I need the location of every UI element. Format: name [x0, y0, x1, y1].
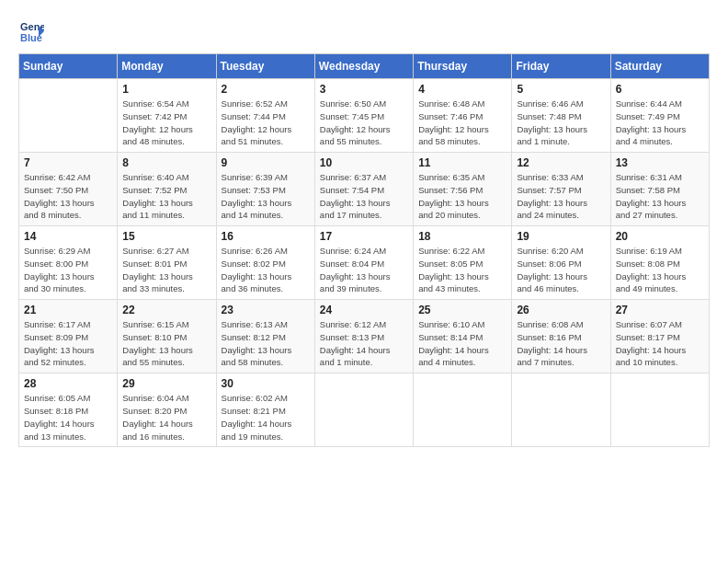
day-info: Sunrise: 6:50 AM Sunset: 7:45 PM Dayligh… — [320, 98, 408, 148]
day-info: Sunrise: 6:05 AM Sunset: 8:18 PM Dayligh… — [24, 392, 112, 442]
weekday-header-row: SundayMondayTuesdayWednesdayThursdayFrid… — [19, 54, 710, 79]
weekday-header-friday: Friday — [512, 54, 610, 79]
day-info: Sunrise: 6:26 AM Sunset: 8:02 PM Dayligh… — [222, 245, 310, 295]
day-number: 13 — [616, 156, 704, 169]
day-number: 1 — [122, 83, 210, 96]
calendar-cell: 18Sunrise: 6:22 AM Sunset: 8:05 PM Dayli… — [414, 226, 512, 300]
weekday-header-thursday: Thursday — [414, 54, 512, 79]
calendar-week-row: 1Sunrise: 6:54 AM Sunset: 7:42 PM Daylig… — [19, 79, 710, 153]
day-number: 4 — [418, 83, 506, 96]
day-number: 20 — [616, 230, 704, 243]
calendar-cell: 1Sunrise: 6:54 AM Sunset: 7:42 PM Daylig… — [118, 79, 216, 153]
calendar-cell: 26Sunrise: 6:08 AM Sunset: 8:16 PM Dayli… — [512, 300, 610, 373]
day-number: 2 — [222, 83, 310, 96]
day-info: Sunrise: 6:08 AM Sunset: 8:16 PM Dayligh… — [517, 318, 605, 369]
calendar-cell — [610, 373, 709, 447]
weekday-header-saturday: Saturday — [610, 54, 709, 79]
calendar-cell: 24Sunrise: 6:12 AM Sunset: 8:13 PM Dayli… — [314, 300, 413, 373]
calendar-cell: 2Sunrise: 6:52 AM Sunset: 7:44 PM Daylig… — [216, 79, 314, 153]
day-info: Sunrise: 6:27 AM Sunset: 8:01 PM Dayligh… — [122, 245, 210, 295]
day-number: 25 — [418, 304, 506, 316]
day-info: Sunrise: 6:13 AM Sunset: 8:12 PM Dayligh… — [222, 318, 310, 369]
day-number: 16 — [222, 230, 310, 243]
calendar-cell: 29Sunrise: 6:04 AM Sunset: 8:20 PM Dayli… — [118, 373, 216, 447]
day-number: 23 — [222, 304, 310, 316]
day-number: 15 — [122, 230, 210, 243]
day-info: Sunrise: 6:39 AM Sunset: 7:53 PM Dayligh… — [222, 171, 310, 222]
day-number: 8 — [122, 156, 210, 169]
day-number: 11 — [418, 156, 506, 169]
calendar-cell: 25Sunrise: 6:10 AM Sunset: 8:14 PM Dayli… — [414, 300, 512, 373]
day-info: Sunrise: 6:54 AM Sunset: 7:42 PM Dayligh… — [122, 98, 210, 148]
calendar-cell: 12Sunrise: 6:33 AM Sunset: 7:57 PM Dayli… — [512, 153, 610, 226]
day-number: 17 — [320, 230, 408, 243]
day-info: Sunrise: 6:04 AM Sunset: 8:20 PM Dayligh… — [122, 392, 210, 442]
calendar-cell: 5Sunrise: 6:46 AM Sunset: 7:48 PM Daylig… — [512, 79, 610, 153]
calendar-cell: 21Sunrise: 6:17 AM Sunset: 8:09 PM Dayli… — [19, 300, 118, 373]
day-number: 6 — [616, 83, 704, 96]
weekday-header-monday: Monday — [118, 54, 216, 79]
day-number: 22 — [122, 304, 210, 316]
day-number: 14 — [24, 230, 112, 243]
day-info: Sunrise: 6:35 AM Sunset: 7:56 PM Dayligh… — [418, 171, 506, 222]
weekday-header-tuesday: Tuesday — [216, 54, 314, 79]
calendar-week-row: 7Sunrise: 6:42 AM Sunset: 7:50 PM Daylig… — [19, 153, 710, 226]
calendar-cell: 28Sunrise: 6:05 AM Sunset: 8:18 PM Dayli… — [19, 373, 118, 447]
calendar-cell — [512, 373, 610, 447]
calendar-cell: 22Sunrise: 6:15 AM Sunset: 8:10 PM Dayli… — [118, 300, 216, 373]
day-number: 5 — [517, 83, 605, 96]
day-info: Sunrise: 6:19 AM Sunset: 8:08 PM Dayligh… — [616, 245, 704, 295]
calendar-cell: 17Sunrise: 6:24 AM Sunset: 8:04 PM Dayli… — [314, 226, 413, 300]
day-info: Sunrise: 6:42 AM Sunset: 7:50 PM Dayligh… — [24, 171, 112, 222]
calendar-cell: 30Sunrise: 6:02 AM Sunset: 8:21 PM Dayli… — [216, 373, 314, 447]
calendar-cell: 11Sunrise: 6:35 AM Sunset: 7:56 PM Dayli… — [414, 153, 512, 226]
calendar-cell: 8Sunrise: 6:40 AM Sunset: 7:52 PM Daylig… — [118, 153, 216, 226]
calendar-cell: 14Sunrise: 6:29 AM Sunset: 8:00 PM Dayli… — [19, 226, 118, 300]
day-info: Sunrise: 6:48 AM Sunset: 7:46 PM Dayligh… — [418, 98, 506, 148]
day-number: 27 — [616, 304, 704, 316]
day-info: Sunrise: 6:15 AM Sunset: 8:10 PM Dayligh… — [122, 318, 210, 369]
calendar-cell: 19Sunrise: 6:20 AM Sunset: 8:06 PM Dayli… — [512, 226, 610, 300]
calendar-cell: 7Sunrise: 6:42 AM Sunset: 7:50 PM Daylig… — [19, 153, 118, 226]
day-info: Sunrise: 6:22 AM Sunset: 8:05 PM Dayligh… — [418, 245, 506, 295]
calendar-cell: 16Sunrise: 6:26 AM Sunset: 8:02 PM Dayli… — [216, 226, 314, 300]
day-info: Sunrise: 6:07 AM Sunset: 8:17 PM Dayligh… — [616, 318, 704, 369]
calendar-week-row: 28Sunrise: 6:05 AM Sunset: 8:18 PM Dayli… — [19, 373, 710, 447]
calendar-cell: 3Sunrise: 6:50 AM Sunset: 7:45 PM Daylig… — [314, 79, 413, 153]
day-info: Sunrise: 6:31 AM Sunset: 7:58 PM Dayligh… — [616, 171, 704, 222]
calendar-cell: 13Sunrise: 6:31 AM Sunset: 7:58 PM Dayli… — [610, 153, 709, 226]
day-info: Sunrise: 6:46 AM Sunset: 7:48 PM Dayligh… — [517, 98, 605, 148]
day-number: 9 — [222, 156, 310, 169]
logo-icon: General Blue — [18, 18, 44, 44]
day-number: 21 — [24, 304, 112, 316]
day-number: 19 — [517, 230, 605, 243]
weekday-header-sunday: Sunday — [19, 54, 118, 79]
day-number: 3 — [320, 83, 408, 96]
day-info: Sunrise: 6:29 AM Sunset: 8:00 PM Dayligh… — [24, 245, 112, 295]
calendar-cell — [19, 79, 118, 153]
day-info: Sunrise: 6:17 AM Sunset: 8:09 PM Dayligh… — [24, 318, 112, 369]
page-header: General Blue — [18, 18, 710, 44]
day-number: 29 — [122, 377, 210, 390]
day-info: Sunrise: 6:10 AM Sunset: 8:14 PM Dayligh… — [418, 318, 506, 369]
calendar-cell: 23Sunrise: 6:13 AM Sunset: 8:12 PM Dayli… — [216, 300, 314, 373]
calendar-cell: 15Sunrise: 6:27 AM Sunset: 8:01 PM Dayli… — [118, 226, 216, 300]
day-info: Sunrise: 6:12 AM Sunset: 8:13 PM Dayligh… — [320, 318, 408, 369]
day-info: Sunrise: 6:02 AM Sunset: 8:21 PM Dayligh… — [222, 392, 310, 442]
weekday-header-wednesday: Wednesday — [314, 54, 413, 79]
calendar-cell: 20Sunrise: 6:19 AM Sunset: 8:08 PM Dayli… — [610, 226, 709, 300]
calendar-cell — [414, 373, 512, 447]
calendar-table: SundayMondayTuesdayWednesdayThursdayFrid… — [18, 53, 710, 447]
logo: General Blue — [18, 18, 48, 44]
calendar-cell: 6Sunrise: 6:44 AM Sunset: 7:49 PM Daylig… — [610, 79, 709, 153]
day-info: Sunrise: 6:33 AM Sunset: 7:57 PM Dayligh… — [517, 171, 605, 222]
day-number: 26 — [517, 304, 605, 316]
day-info: Sunrise: 6:52 AM Sunset: 7:44 PM Dayligh… — [222, 98, 310, 148]
day-number: 30 — [222, 377, 310, 390]
calendar-cell: 10Sunrise: 6:37 AM Sunset: 7:54 PM Dayli… — [314, 153, 413, 226]
day-number: 18 — [418, 230, 506, 243]
calendar-cell: 4Sunrise: 6:48 AM Sunset: 7:46 PM Daylig… — [414, 79, 512, 153]
calendar-week-row: 14Sunrise: 6:29 AM Sunset: 8:00 PM Dayli… — [19, 226, 710, 300]
day-info: Sunrise: 6:20 AM Sunset: 8:06 PM Dayligh… — [517, 245, 605, 295]
day-number: 12 — [517, 156, 605, 169]
